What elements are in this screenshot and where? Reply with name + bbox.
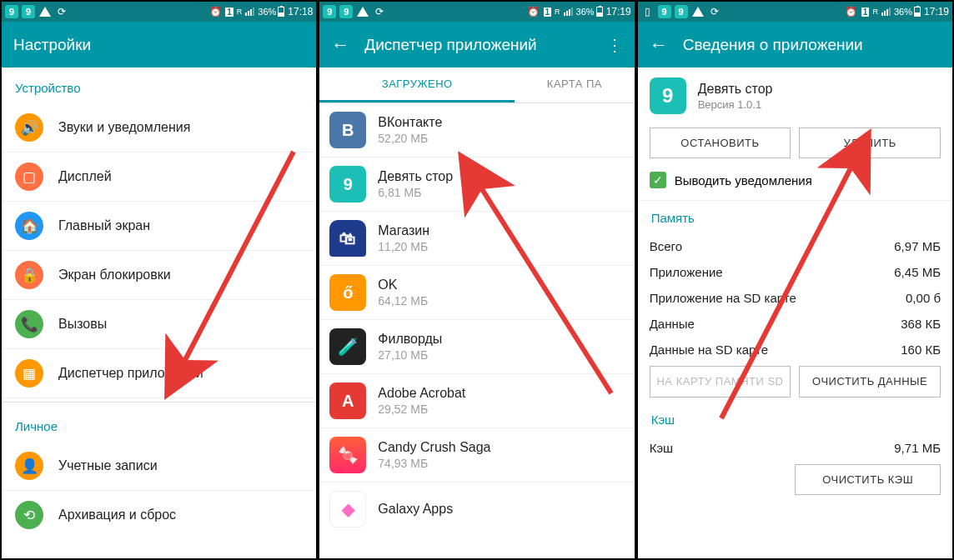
notify-label: Выводить уведомления: [675, 173, 812, 188]
signal-icon: [245, 8, 254, 16]
checkbox-checked-icon: ✓: [650, 172, 666, 188]
status-bar: ▯ 9 9 ⟳ ⏰ 1 R 36% 17:19: [638, 2, 952, 22]
settings-pane: 9 9 ⟳ ⏰ 1 R 36% 17:18 Настройки Устройст…: [0, 0, 318, 560]
sound-icon: 🔊: [15, 113, 43, 142]
tab-downloaded[interactable]: ЗАГРУЖЕНО: [319, 68, 515, 102]
warning-icon: [691, 5, 705, 18]
section-cache: Кэш: [638, 406, 952, 435]
candy-icon: 🍬: [329, 437, 366, 473]
mem-sdapp: Приложение на SD карте0,00 б: [638, 285, 952, 311]
clock: 17:18: [288, 6, 313, 18]
row-calls[interactable]: 📞 Вызовы: [2, 300, 316, 349]
battery-indicator: 36%: [258, 7, 284, 17]
galaxy-apps-icon: ◆: [329, 491, 366, 528]
row-home[interactable]: 🏠 Главный экран: [2, 202, 316, 251]
clock: 17:19: [924, 6, 949, 18]
sync-icon: ⟳: [373, 5, 386, 18]
battery-indicator: 36%: [576, 7, 603, 17]
app-details-pane: ▯ 9 9 ⟳ ⏰ 1 R 36% 17:19 ← Сведения о при…: [636, 0, 954, 560]
row-apps[interactable]: ▦ Диспетчер приложений: [2, 349, 316, 398]
sdcard-icon: ▯: [641, 5, 655, 18]
nine-app-icon: 9: [339, 5, 353, 18]
samsung-shop-icon: 🛍: [329, 220, 366, 257]
app-bar: ← Диспетчер приложений ⋮: [319, 22, 634, 68]
divider: [2, 402, 316, 402]
backup-icon: ⟲: [15, 501, 43, 529]
stop-button[interactable]: ОСТАНОВИТЬ: [650, 128, 791, 158]
nine-app-icon: 9: [22, 5, 35, 18]
tabs: ЗАГРУЖЕНО КАРТА ПА: [319, 68, 634, 103]
section-personal: Личное: [2, 406, 316, 442]
row-display[interactable]: ▢ Дисплей: [2, 152, 316, 202]
app-row-galaxy[interactable]: ◆ Galaxy Apps: [319, 482, 634, 536]
filwords-icon: 🧪: [329, 328, 366, 365]
clear-cache-button[interactable]: ОЧИСТИТЬ КЭШ: [795, 464, 941, 495]
nine-app-icon: 9: [5, 5, 18, 18]
clear-data-button[interactable]: ОЧИСТИТЬ ДАННЫЕ: [799, 366, 941, 398]
mem-sddata: Данные на SD карте160 КБ: [638, 337, 952, 362]
signal-icon: [881, 8, 891, 16]
home-icon: 🏠: [15, 212, 43, 240]
nine-app-icon: 9: [675, 5, 688, 18]
mem-total: Всего6,97 МБ: [638, 233, 952, 259]
sync-icon: ⟳: [708, 5, 721, 18]
app-row-vk[interactable]: В ВКонтакте52,20 МБ: [319, 103, 634, 158]
status-bar: 9 9 ⟳ ⏰ 1 R 36% 17:19: [319, 2, 634, 22]
app-manager-pane: 9 9 ⟳ ⏰ 1 R 36% 17:19 ← Диспетчер прилож…: [318, 0, 635, 560]
app-row-acrobat[interactable]: A Adobe Acrobat29,52 МБ: [319, 374, 634, 428]
nine-icon: 9: [650, 78, 686, 114]
cache-row: Кэш9,71 МБ: [638, 435, 952, 461]
nine-app-icon: 9: [323, 5, 336, 18]
vk-icon: В: [329, 112, 366, 148]
app-bar: ← Сведения о приложении: [638, 22, 952, 68]
sync-icon: ⟳: [55, 5, 68, 18]
delete-button[interactable]: УДАЛИТЬ: [799, 128, 941, 158]
app-row-candy[interactable]: 🍬 Candy Crush Saga74,93 МБ: [319, 428, 634, 482]
tab-sdcard[interactable]: КАРТА ПА: [515, 68, 635, 102]
app-header: 9 Девять стор Версия 1.0.1: [638, 68, 952, 124]
alarm-icon: ⏰: [527, 5, 540, 18]
page-title: Настройки: [13, 36, 91, 54]
section-device: Устройство: [2, 68, 316, 103]
warning-icon: [38, 5, 52, 18]
net-label: R: [237, 8, 243, 16]
page-title: Диспетчер приложений: [364, 36, 536, 54]
battery-indicator: 36%: [894, 7, 921, 17]
sim-indicator: 1: [225, 8, 233, 17]
back-icon[interactable]: ←: [650, 34, 668, 56]
clock: 17:19: [606, 6, 631, 18]
mem-app: Приложение6,45 МБ: [638, 259, 952, 285]
row-sound[interactable]: 🔊 Звуки и уведомления: [2, 103, 316, 152]
display-icon: ▢: [15, 162, 43, 191]
accounts-icon: 👤: [15, 452, 43, 480]
overflow-menu-icon[interactable]: ⋮: [606, 35, 623, 55]
phone-icon: 📞: [15, 310, 43, 338]
status-bar: 9 9 ⟳ ⏰ 1 R 36% 17:18: [2, 2, 316, 22]
lock-icon: 🔒: [15, 261, 43, 289]
warning-icon: [356, 5, 369, 18]
alarm-icon: ⏰: [845, 5, 858, 18]
back-icon[interactable]: ←: [331, 34, 349, 56]
app-row-filwords[interactable]: 🧪 Филворды27,10 МБ: [319, 320, 634, 374]
nine-icon: 9: [329, 166, 366, 202]
alarm-icon: ⏰: [208, 5, 222, 18]
sim-indicator: 1: [544, 8, 552, 17]
net-label: R: [555, 8, 560, 16]
row-lock[interactable]: 🔒 Экран блокировки: [2, 251, 316, 300]
net-label: R: [872, 8, 878, 16]
app-row-ok[interactable]: ő OK64,12 МБ: [319, 266, 634, 320]
acrobat-icon: A: [329, 382, 366, 419]
app-bar: Настройки: [2, 22, 316, 68]
row-backup[interactable]: ⟲ Архивация и сброс: [2, 491, 316, 539]
apps-icon: ▦: [15, 359, 43, 388]
row-accounts[interactable]: 👤 Учетные записи: [2, 442, 316, 491]
mem-data: Данные368 КБ: [638, 311, 952, 337]
app-row-nine[interactable]: 9 Девять стор6,81 МБ: [319, 158, 634, 212]
notifications-toggle[interactable]: ✓ Выводить уведомления: [638, 167, 952, 201]
app-row-shop[interactable]: 🛍 Магазин11,20 МБ: [319, 212, 634, 266]
ok-icon: ő: [329, 274, 366, 311]
page-title: Сведения о приложении: [683, 36, 863, 54]
nine-app-icon: 9: [658, 5, 671, 18]
app-version: Версия 1.0.1: [698, 98, 773, 111]
sim-indicator: 1: [861, 8, 870, 17]
